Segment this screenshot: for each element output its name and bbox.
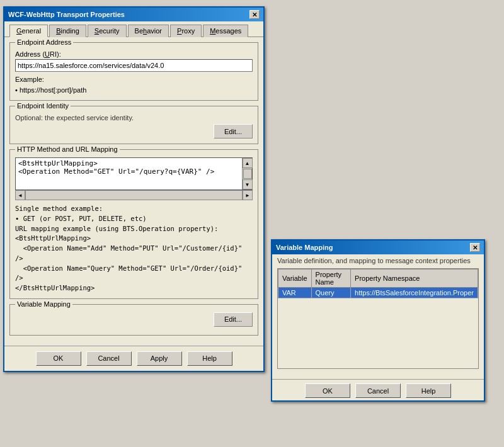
- endpoint-address-label: Endpoint Address: [15, 38, 73, 46]
- main-dialog: WCF-WebHttp Transport Properties ✕ Gener…: [3, 6, 265, 372]
- ok-button[interactable]: OK: [36, 351, 81, 366]
- table-row[interactable]: VAR Query https://BtsSalesforceIntegrati…: [278, 288, 478, 298]
- url-mapping-scrollbar[interactable]: ▲ ▼: [242, 158, 252, 190]
- var-cancel-button[interactable]: Cancel: [355, 383, 401, 398]
- scroll-up-arrow[interactable]: ▲: [243, 158, 253, 168]
- dialog-content: Endpoint Address Address (URI): Example:…: [4, 37, 263, 346]
- tab-messages[interactable]: Messages: [203, 25, 248, 37]
- scroll-left-arrow[interactable]: ◄: [15, 190, 25, 200]
- tab-behavior[interactable]: Behavior: [128, 25, 169, 37]
- variable-mapping-label: Variable Mapping: [15, 300, 72, 308]
- apply-button[interactable]: Apply: [137, 351, 182, 366]
- var-ok-button[interactable]: OK: [305, 383, 350, 398]
- scroll-horiz-track: [25, 190, 243, 200]
- scroll-down-arrow[interactable]: ▼: [243, 179, 253, 190]
- help-button[interactable]: Help: [187, 351, 232, 366]
- tab-bar: General Binding Security Behavior Proxy …: [4, 21, 263, 37]
- var-dialog-title: Variable Mapping: [276, 244, 333, 251]
- endpoint-identity-edit-button[interactable]: Edit...: [214, 124, 253, 139]
- single-method-example: Single method example: • GET (or POST, P…: [15, 204, 253, 293]
- var-mapping-dialog: Variable Mapping ✕ Variable definition, …: [271, 239, 485, 402]
- scroll-thumb[interactable]: [243, 169, 252, 179]
- col-property-namespace: Property Namespace: [351, 269, 478, 288]
- cell-property-name: Query: [311, 288, 351, 298]
- var-title-bar: Variable Mapping ✕: [272, 240, 484, 254]
- scroll-right-arrow[interactable]: ►: [243, 190, 253, 200]
- var-dialog-buttons: OK Cancel Help: [272, 379, 484, 400]
- main-title-bar: WCF-WebHttp Transport Properties ✕: [4, 8, 263, 21]
- http-method-group: HTTP Method and URL Mapping <BtsHttpUrlM…: [9, 149, 258, 299]
- address-example: Example: • https://host[:port]/path: [15, 74, 253, 95]
- http-method-label: HTTP Method and URL Mapping: [15, 145, 120, 153]
- col-variable: Variable: [278, 269, 312, 288]
- var-close-button[interactable]: ✕: [470, 243, 480, 252]
- endpoint-address-group: Endpoint Address Address (URI): Example:…: [9, 42, 258, 101]
- cancel-button[interactable]: Cancel: [86, 351, 132, 366]
- main-close-button[interactable]: ✕: [249, 10, 260, 19]
- address-input[interactable]: [15, 59, 253, 72]
- tab-proxy[interactable]: Proxy: [170, 25, 202, 37]
- cell-variable: VAR: [278, 288, 312, 298]
- tab-general[interactable]: General: [9, 25, 48, 37]
- var-help-button[interactable]: Help: [406, 383, 451, 398]
- tab-binding[interactable]: Binding: [49, 25, 86, 37]
- var-dialog-content: Variable definition, and mapping to mess…: [272, 254, 484, 379]
- var-subtitle: Variable definition, and mapping to mess…: [277, 257, 479, 264]
- var-table-container: Variable Property Name Property Namespac…: [277, 268, 479, 369]
- main-dialog-title: WCF-WebHttp Transport Properties: [8, 11, 125, 18]
- main-dialog-buttons: OK Cancel Apply Help: [4, 346, 263, 371]
- variable-mapping-group: Variable Mapping Edit...: [9, 304, 258, 336]
- endpoint-identity-label: Endpoint Identity: [15, 102, 71, 110]
- var-table: Variable Property Name Property Namespac…: [278, 269, 478, 298]
- url-mapping-textarea[interactable]: <BtsHttpUrlMapping> <Operation Method="G…: [16, 158, 242, 190]
- cell-property-namespace: https://BtsSalesforceIntegration.Proper: [351, 288, 478, 298]
- tab-security[interactable]: Security: [88, 25, 127, 37]
- col-property-name: Property Name: [311, 269, 351, 288]
- variable-mapping-edit-button[interactable]: Edit...: [214, 312, 253, 327]
- address-uri-label: Address (URI):: [15, 50, 253, 58]
- endpoint-identity-group: Endpoint Identity Optional: the expected…: [9, 106, 258, 144]
- endpoint-identity-description: Optional: the expected service identity.: [15, 114, 253, 122]
